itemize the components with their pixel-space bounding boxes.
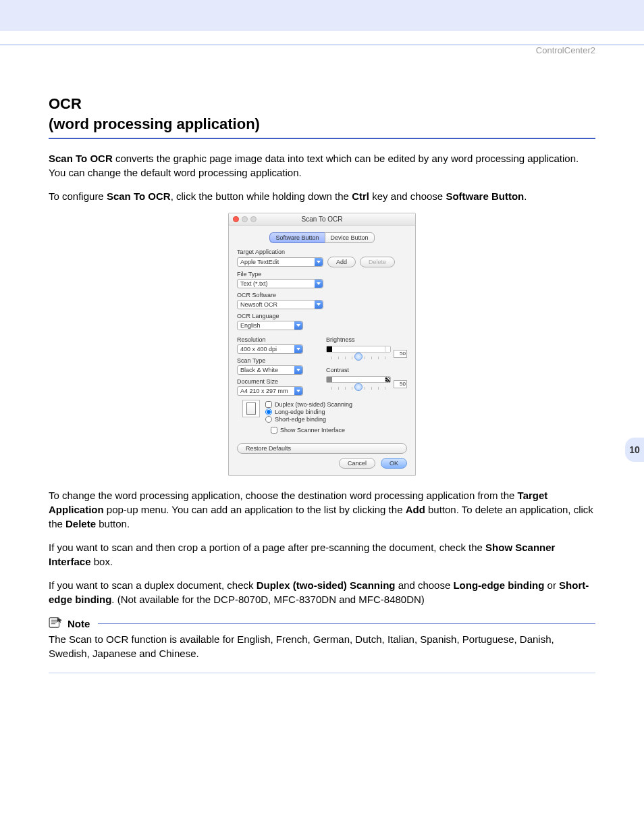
section-heading: OCR (word processing application) [49, 94, 595, 134]
brightness-slider[interactable] [326, 355, 391, 361]
heading-line2: (word processing application) [49, 115, 260, 132]
label-target-application: Target Application [237, 249, 407, 255]
paragraph-4: If you want to scan and then crop a port… [49, 540, 595, 569]
label-contrast: Contrast [326, 367, 407, 373]
select-resolution[interactable]: 400 x 400 dpi [237, 344, 303, 354]
duplex-icon [242, 400, 260, 417]
chapter-tab: 10 [625, 438, 644, 462]
note-header: Note [49, 616, 595, 631]
zoom-icon[interactable] [250, 216, 257, 222]
cancel-button[interactable]: Cancel [339, 458, 375, 469]
tab-device-button[interactable]: Device Button [325, 232, 375, 243]
note-body: The Scan to OCR function is available fo… [49, 632, 595, 660]
close-icon[interactable] [233, 216, 239, 222]
select-file-type[interactable]: Text (*.txt) [237, 279, 323, 288]
minimize-icon[interactable] [242, 216, 248, 222]
heading-line1: OCR [49, 95, 82, 112]
select-ocr-software[interactable]: Newsoft OCR [237, 300, 323, 309]
delete-button[interactable]: Delete [360, 257, 395, 267]
window-buttons[interactable] [233, 216, 257, 222]
dialog-title: Scan To OCR [302, 215, 343, 223]
brightness-value[interactable]: 50 [394, 350, 407, 358]
contrast-gradient [326, 376, 391, 383]
contrast-knob[interactable] [354, 383, 363, 391]
radio-long-edge[interactable]: Long-edge binding [265, 409, 352, 415]
label-brightness: Brightness [326, 336, 407, 343]
contrast-value[interactable]: 50 [394, 380, 407, 388]
brightness-knob[interactable] [354, 353, 363, 361]
restore-defaults-button[interactable]: Restore Defaults [237, 443, 407, 454]
top-color-band [0, 0, 644, 31]
checkbox-duplex[interactable]: Duplex (two-sided) Scanning [265, 401, 352, 408]
paragraph-5: If you want to scan a duplex document, c… [49, 578, 595, 606]
p1-rest: converts the graphic page image data int… [49, 153, 579, 178]
running-header: ControlCenter2 [536, 45, 595, 55]
note-end-rule [49, 673, 595, 673]
contrast-slider[interactable] [326, 385, 391, 392]
dialog-figure: Scan To OCR Software Button Device Butto… [49, 213, 595, 476]
note-rule [98, 623, 595, 624]
label-file-type: File Type [237, 271, 407, 278]
ok-button[interactable]: OK [381, 458, 407, 469]
note-icon [49, 616, 63, 631]
add-button[interactable]: Add [327, 257, 356, 267]
dialog-tabs: Software Button Device Button [237, 232, 407, 243]
paragraph-3: To change the word processing applicatio… [49, 488, 595, 531]
dialog-titlebar: Scan To OCR [229, 213, 415, 226]
p1-lead: Scan To OCR [49, 153, 113, 164]
label-ocr-language: OCR Language [237, 313, 407, 319]
radio-short-edge[interactable]: Short-edge binding [265, 416, 352, 423]
heading-underline [49, 138, 595, 139]
select-scan-type[interactable]: Black & White [237, 365, 303, 375]
label-resolution: Resolution [237, 336, 318, 343]
checkbox-show-scanner-interface[interactable]: Show Scanner Interface [271, 427, 407, 434]
note-title: Note [68, 618, 90, 629]
label-document-size: Document Size [237, 378, 318, 385]
select-document-size[interactable]: A4 210 x 297 mm [237, 386, 303, 396]
label-ocr-software: OCR Software [237, 292, 407, 298]
select-ocr-language[interactable]: English [237, 321, 303, 330]
tab-software-button[interactable]: Software Button [269, 232, 324, 243]
paragraph-1: Scan To OCR converts the graphic page im… [49, 151, 595, 180]
paragraph-2: To configure Scan To OCR, click the butt… [49, 189, 595, 203]
scan-to-ocr-dialog: Scan To OCR Software Button Device Butto… [228, 213, 416, 476]
label-scan-type: Scan Type [237, 357, 318, 364]
select-target-application[interactable]: Apple TextEdit [237, 257, 323, 267]
brightness-gradient [326, 346, 391, 353]
